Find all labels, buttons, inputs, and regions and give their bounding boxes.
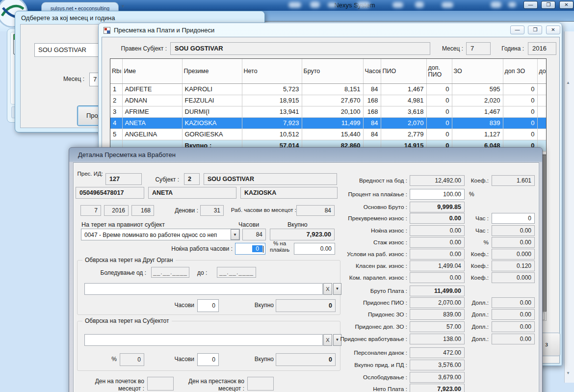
subject-burden-combobox[interactable]	[84, 334, 323, 346]
month-field[interactable]: 7	[466, 42, 491, 55]
grid-cell[interactable]: 8,151	[302, 83, 363, 95]
table-row[interactable]: 4ANETAKAZIOSKA7,92311,499842,07008390	[110, 117, 547, 129]
clear-icon[interactable]: X	[323, 283, 332, 295]
grid-cell[interactable]: 2	[110, 95, 122, 106]
grid-cell[interactable]: 0	[426, 95, 452, 106]
grid-column-header[interactable]: ЗО	[452, 59, 503, 83]
grid-cell[interactable]: 595	[452, 83, 503, 95]
grid-column-header[interactable]: Презиме	[182, 59, 242, 83]
other-organ-combobox[interactable]	[84, 283, 323, 295]
grid-cell[interactable]	[537, 129, 547, 140]
clear-icon[interactable]: X	[323, 334, 332, 346]
grid-cell[interactable]: 84	[363, 117, 381, 129]
subject-field[interactable]: SOU GOSTIVAR	[170, 42, 430, 55]
grid-column-header[interactable]: Нето	[242, 59, 302, 83]
grid-column-header[interactable]: Часов	[363, 59, 381, 83]
sick-leave-to-input[interactable]: __.__.____	[217, 267, 256, 278]
grid-cell[interactable]: KAPROLI	[182, 83, 242, 95]
grid-cell[interactable]: DURMI{I	[182, 106, 242, 117]
grid-cell[interactable]: 5	[110, 129, 122, 140]
maximize-icon[interactable]: ❐	[541, 1, 555, 9]
grid-cell[interactable]: FEJZULAI	[182, 95, 242, 106]
scroll-up-icon[interactable]: ▲	[566, 80, 570, 85]
grid-cell[interactable]: 0	[426, 83, 452, 95]
grid-column-header[interactable]: допо	[537, 59, 547, 83]
other-organ-hours-input[interactable]: 0	[197, 299, 219, 312]
grid-cell[interactable]: 1	[110, 83, 122, 95]
partial-exit-button[interactable]: з	[541, 333, 560, 356]
grid-cell[interactable]: ANGELINA	[122, 129, 182, 140]
grid-cell[interactable]: 0	[503, 129, 537, 140]
grid-cell[interactable]: 1,467	[452, 106, 503, 117]
grid-cell[interactable]: ADNAN	[122, 95, 182, 106]
grid-cell[interactable]	[537, 83, 547, 95]
grid-cell[interactable]: 84	[363, 83, 381, 95]
grid-cell[interactable]: 0	[426, 129, 452, 140]
table-row[interactable]: 2ADNANFEJZULAI18,91527,6701684,98102,020…	[110, 95, 547, 106]
table-row[interactable]: 3AFRIMEDURMI{I13,94120,1001683,61801,467…	[110, 106, 547, 117]
minimize-icon[interactable]: —	[523, 1, 538, 9]
finance-row-value2[interactable]: 0	[492, 213, 535, 224]
grid-cell[interactable]: 0	[426, 117, 452, 129]
close-icon[interactable]: ✕	[559, 1, 574, 9]
grid-column-header[interactable]: доп. ПИО	[426, 59, 452, 83]
grid-cell[interactable]: 2,020	[452, 95, 503, 106]
subject-burden-hours-input[interactable]: 0	[197, 353, 219, 366]
grid-cell[interactable]: 4	[110, 117, 122, 129]
grid-cell[interactable]: 5,723	[242, 83, 302, 95]
grid-cell[interactable]: 839	[452, 117, 503, 129]
grid-cell[interactable]: 2,070	[381, 117, 426, 129]
grid-cell[interactable]: 0	[426, 106, 452, 117]
grid-column-header[interactable]: Бруто	[302, 59, 363, 83]
grid-cell[interactable]: 13,941	[242, 106, 302, 117]
year-field[interactable]: 2016	[528, 42, 556, 55]
grid-cell[interactable]	[537, 117, 547, 129]
grid-cell[interactable]: 0	[503, 95, 537, 106]
grid-column-header[interactable]: Rbı	[110, 59, 122, 83]
grid-cell[interactable]: 0	[503, 106, 537, 117]
maximize-icon[interactable]: ❐	[528, 26, 542, 34]
grid-cell[interactable]	[537, 95, 547, 106]
close-icon[interactable]: ✕	[546, 26, 560, 34]
grid-column-header[interactable]: доп ЗО	[503, 59, 537, 83]
grid-cell[interactable]: ADIFETE	[122, 83, 182, 95]
grid-column-header[interactable]: ПИО	[381, 59, 426, 83]
grid-cell[interactable]: 168	[363, 95, 381, 106]
grid-cell[interactable]: 15,440	[302, 129, 363, 140]
scroll-down-icon[interactable]: ▼	[566, 371, 570, 375]
minimize-icon[interactable]: —	[510, 26, 524, 34]
grid-cell[interactable]: 2,779	[381, 129, 426, 140]
night-hours-input[interactable]: 0	[235, 243, 265, 255]
grid-column-header[interactable]: Име	[122, 59, 182, 83]
table-row[interactable]: 5ANGELINAGORGIESKA10,51215,440842,77901,…	[110, 129, 547, 140]
grid-cell[interactable]: 7,923	[242, 117, 302, 129]
finance-row-value[interactable]: 100.00	[410, 189, 465, 200]
grid-cell[interactable]: 3	[110, 106, 122, 117]
day-end-input[interactable]	[247, 377, 274, 391]
grid-cell[interactable]: 168	[363, 106, 381, 117]
grid-cell[interactable]: 20,100	[302, 106, 363, 117]
grid-cell[interactable]: 3,618	[381, 106, 426, 117]
tab-dropdown-icon[interactable]: ▼	[121, 4, 125, 9]
day-start-input[interactable]	[147, 377, 174, 391]
grid-cell[interactable]: 84	[363, 129, 381, 140]
pct-pay-input[interactable]: 0.00	[294, 243, 335, 255]
grid-cell[interactable]: ANETA	[122, 117, 182, 129]
grid-cell[interactable]: 27,670	[302, 95, 363, 106]
grid-cell[interactable]: 10,512	[242, 129, 302, 140]
grid-cell[interactable]: 18,915	[242, 95, 302, 106]
mdi-scrollbar[interactable]: ▲ ▼	[564, 31, 574, 383]
chevron-down-icon[interactable]: ▼	[231, 229, 239, 240]
grid-cell[interactable]: 0	[503, 117, 537, 129]
grid-cell[interactable]: 1,467	[381, 83, 426, 95]
grid-cell[interactable]: 1,127	[452, 129, 503, 140]
grid-cell[interactable]: 4,981	[381, 95, 426, 106]
grid-cell[interactable]: GORGIESKA	[182, 129, 242, 140]
grid-cell[interactable]: KAZIOSKA	[182, 117, 242, 129]
work-type-combobox[interactable]: 0047 - Време поминато во работен однос с…	[81, 229, 240, 240]
table-row[interactable]: 1ADIFETEKAPROLI5,7238,151841,46705950	[110, 83, 547, 95]
grid-cell[interactable]: AFRIME	[122, 106, 182, 117]
grid-cell[interactable]: 0	[503, 83, 537, 95]
grid-cell[interactable]: 11,499	[302, 117, 363, 129]
sick-leave-from-input[interactable]: __.__.____	[151, 267, 189, 278]
